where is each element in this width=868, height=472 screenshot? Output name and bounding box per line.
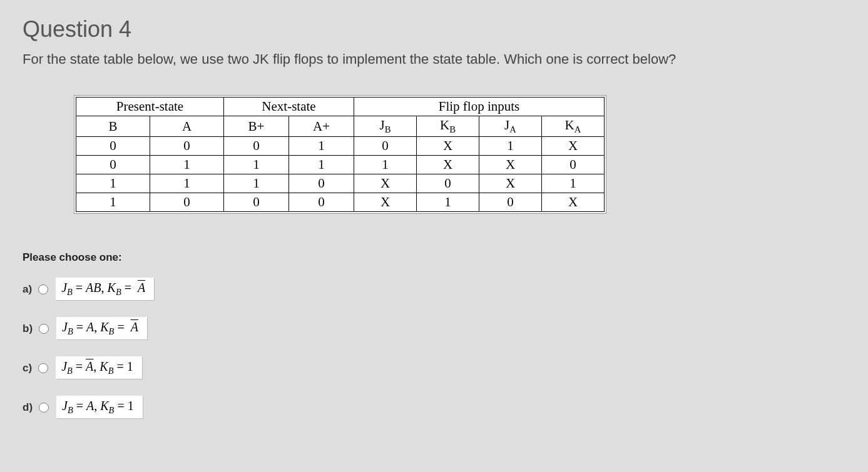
- choose-one-label: Please choose one:: [23, 251, 845, 264]
- table-row: 1 0 0 0 X 1 0 X: [76, 193, 605, 212]
- option-b-radio[interactable]: [39, 324, 49, 334]
- question-prompt: For the state table below, we use two JK…: [23, 51, 845, 68]
- option-letter: c): [23, 362, 32, 374]
- group-header-present: Present-state: [76, 98, 224, 116]
- option-d-radio[interactable]: [39, 403, 49, 413]
- state-table: Present-state Next-state Flip flop input…: [76, 97, 605, 212]
- option-d[interactable]: d) JB = A, KB = 1: [23, 396, 845, 419]
- option-c-equation: JB = A, KB = 1: [56, 356, 143, 379]
- option-a-radio[interactable]: [38, 284, 48, 294]
- option-b-equation: JB = A, KB = A: [56, 317, 148, 340]
- option-letter: d): [23, 401, 33, 414]
- option-b[interactable]: b) JB = A, KB = A: [23, 317, 845, 340]
- option-a-equation: JB = AB, KB = A: [56, 278, 155, 301]
- option-a[interactable]: a) JB = AB, KB = A: [23, 278, 845, 301]
- table-row: 1 1 1 0 X 0 X 1: [76, 174, 605, 193]
- col-A: A: [150, 116, 224, 137]
- group-header-next: Next-state: [224, 98, 354, 116]
- option-c[interactable]: c) JB = A, KB = 1: [23, 356, 845, 379]
- option-d-equation: JB = A, KB = 1: [56, 396, 143, 419]
- col-JB: JB: [354, 116, 417, 137]
- col-KA: KA: [542, 116, 605, 137]
- col-JA: JA: [479, 116, 542, 137]
- table-sub-row: B A B+ A+ JB KB JA KA: [76, 116, 605, 137]
- option-letter: a): [23, 283, 32, 296]
- option-c-radio[interactable]: [38, 363, 48, 373]
- state-table-wrap: Present-state Next-state Flip flop input…: [74, 95, 606, 214]
- options-group: a) JB = AB, KB = A b) JB = A, KB = A c) …: [23, 278, 845, 419]
- question-page: Question 4 For the state table below, we…: [0, 0, 868, 466]
- table-group-row: Present-state Next-state Flip flop input…: [76, 98, 605, 116]
- group-header-ff: Flip flop inputs: [354, 98, 605, 116]
- table-row: 0 0 0 1 0 X 1 X: [76, 137, 605, 156]
- col-KB: KB: [417, 116, 479, 137]
- col-Bplus: B+: [224, 116, 289, 137]
- option-letter: b): [23, 323, 33, 335]
- question-title: Question 4: [23, 16, 845, 43]
- table-row: 0 1 1 1 1 X X 0: [76, 156, 605, 174]
- col-B: B: [76, 116, 150, 137]
- col-Aplus: A+: [289, 116, 354, 137]
